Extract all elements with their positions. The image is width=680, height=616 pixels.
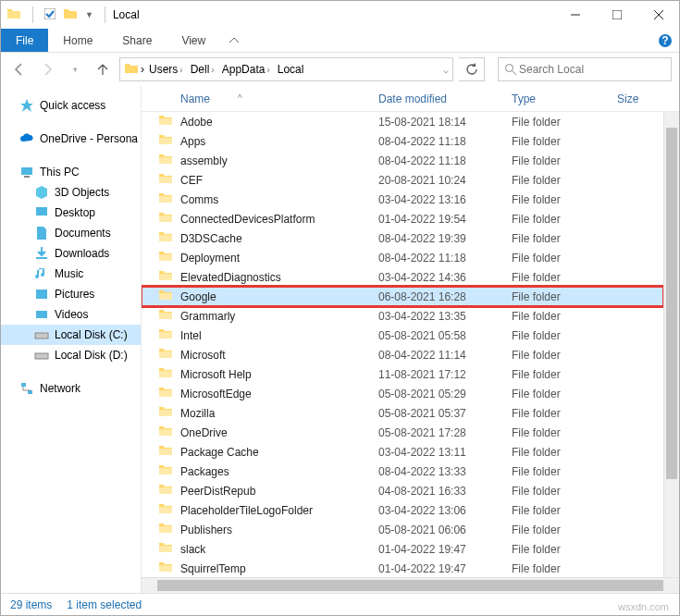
column-name[interactable]: Name^ (142, 92, 378, 105)
svg-rect-15 (35, 353, 48, 359)
table-row[interactable]: Microsoft Help11-08-2021 17:12File folde… (142, 364, 663, 384)
table-row[interactable]: Apps08-04-2022 11:18File folder (142, 131, 663, 151)
tab-view[interactable]: View (167, 29, 220, 52)
document-icon (34, 226, 49, 240)
folder-icon (158, 462, 180, 480)
download-icon (34, 246, 49, 261)
table-row[interactable]: MicrosoftEdge05-08-2021 05:29File folder (142, 384, 663, 403)
minimize-button[interactable] (554, 1, 596, 29)
table-row[interactable]: SquirrelTemp01-04-2022 19:47File folder (142, 559, 663, 577)
up-button[interactable] (92, 58, 114, 80)
ribbon-collapse-icon[interactable] (220, 29, 248, 52)
table-row[interactable]: Packages08-04-2022 13:33File folder (142, 462, 663, 481)
address-bar[interactable]: › Users› Dell› AppData› Local ⌵ (119, 57, 453, 81)
nav-pictures[interactable]: Pictures (1, 284, 141, 304)
table-row[interactable]: Package Cache03-04-2022 13:11File folder (142, 442, 663, 462)
nav-quick-access[interactable]: Quick access (1, 95, 141, 116)
file-date: 05-08-2021 17:28 (378, 426, 512, 439)
vertical-scrollbar[interactable] (663, 112, 679, 577)
qat-check-icon[interactable] (44, 8, 56, 22)
file-name: ElevatedDiagnostics (180, 271, 378, 284)
file-date: 05-08-2021 06:06 (378, 524, 512, 536)
column-size[interactable]: Size (613, 92, 679, 105)
nav-onedrive[interactable]: OneDrive - Persona (1, 129, 141, 149)
svg-point-7 (506, 65, 513, 72)
table-row[interactable]: PlaceholderTileLogoFolder03-04-2022 13:0… (142, 500, 663, 520)
nav-music[interactable]: Music (1, 264, 141, 284)
tab-share[interactable]: Share (107, 29, 167, 52)
address-dropdown-icon[interactable]: ⌵ (443, 65, 449, 75)
maximize-button[interactable] (596, 1, 637, 29)
table-row[interactable]: assembly08-04-2022 11:18File folder (142, 151, 663, 170)
folder-icon (158, 288, 180, 305)
folder-icon (158, 152, 180, 169)
scrollbar-thumb[interactable] (157, 580, 663, 591)
file-type: File folder (512, 426, 613, 439)
horizontal-scrollbar[interactable] (142, 577, 679, 593)
nav-downloads[interactable]: Downloads (1, 243, 141, 264)
chevron-right-icon[interactable]: › (211, 65, 214, 75)
nav-videos[interactable]: Videos (1, 304, 141, 325)
table-row[interactable]: Deployment08-04-2022 11:18File folder (142, 248, 663, 267)
folder-icon (158, 521, 180, 538)
nav-this-pc[interactable]: This PC (1, 162, 141, 182)
column-type[interactable]: Type (512, 92, 613, 105)
chevron-right-icon[interactable]: › (266, 65, 269, 75)
table-row[interactable]: D3DSCache08-04-2022 19:39File folder (142, 228, 663, 248)
table-row[interactable]: CEF20-08-2021 10:24File folder (142, 170, 663, 190)
separator (32, 6, 33, 23)
qat-dropdown-icon[interactable]: ▼ (85, 10, 93, 19)
help-icon[interactable]: ? (651, 29, 679, 52)
back-button[interactable] (8, 58, 31, 80)
search-box[interactable] (498, 57, 672, 81)
table-row[interactable]: Publishers05-08-2021 06:06File folder (142, 520, 663, 539)
file-date: 11-08-2021 17:12 (378, 368, 512, 381)
scrollbar-thumb[interactable] (666, 128, 677, 479)
nav-local-disk-c[interactable]: Local Disk (C:) (1, 325, 141, 345)
table-row[interactable]: Comms03-04-2022 13:16File folder (142, 190, 663, 209)
tab-file[interactable]: File (1, 29, 48, 52)
file-list-area: Name^ Date modified Type Size Adobe15-08… (142, 86, 679, 593)
forward-button[interactable] (36, 58, 58, 80)
table-row[interactable]: Mozilla05-08-2021 05:37File folder (142, 403, 663, 423)
file-date: 08-04-2022 11:18 (378, 135, 512, 148)
table-row[interactable]: Google06-08-2021 16:28File folder (142, 287, 663, 306)
tab-home[interactable]: Home (48, 29, 107, 52)
close-button[interactable] (637, 1, 679, 29)
window-title: Local (113, 8, 140, 21)
table-row[interactable]: ConnectedDevicesPlatform01-04-2022 19:54… (142, 209, 663, 228)
nav-local-disk-d[interactable]: Local Disk (D:) (1, 345, 141, 365)
table-row[interactable]: PeerDistRepub04-08-2021 16:33File folder (142, 481, 663, 500)
chevron-right-icon[interactable]: › (141, 63, 144, 76)
navigation-bar: ▾ › Users› Dell› AppData› Local ⌵ (1, 53, 679, 86)
nav-documents[interactable]: Documents (1, 223, 141, 243)
table-row[interactable]: Microsoft08-04-2022 11:14File folder (142, 345, 663, 364)
column-date[interactable]: Date modified (378, 92, 512, 105)
file-name: Comms (180, 193, 378, 206)
breadcrumb: Dell› (188, 63, 217, 76)
file-type: File folder (512, 116, 613, 129)
recent-dropdown-icon[interactable]: ▾ (64, 58, 86, 80)
table-row[interactable]: ElevatedDiagnostics03-04-2022 14:36File … (142, 267, 663, 287)
file-list[interactable]: Adobe15-08-2021 18:14File folderApps08-0… (142, 112, 663, 577)
table-row[interactable]: Intel05-08-2021 05:58File folder (142, 326, 663, 345)
network-icon (19, 381, 34, 396)
nav-3d-objects[interactable]: 3D Objects (1, 182, 141, 203)
svg-rect-17 (28, 390, 32, 394)
desktop-icon (34, 205, 49, 220)
table-row[interactable]: Adobe15-08-2021 18:14File folder (142, 112, 663, 131)
navigation-pane: Quick access OneDrive - Persona This PC … (1, 86, 142, 593)
refresh-button[interactable] (459, 57, 485, 81)
file-name: Microsoft (180, 349, 378, 362)
nav-desktop[interactable]: Desktop (1, 203, 141, 223)
search-input[interactable] (517, 62, 665, 77)
table-row[interactable]: Grammarly03-04-2022 13:35File folder (142, 306, 663, 326)
nav-network[interactable]: Network (1, 378, 141, 399)
table-row[interactable]: slack01-04-2022 19:47File folder (142, 539, 663, 559)
breadcrumb: Local (275, 63, 307, 76)
table-row[interactable]: OneDrive05-08-2021 17:28File folder (142, 423, 663, 442)
svg-rect-13 (36, 311, 47, 318)
svg-rect-0 (44, 8, 56, 19)
folder-icon (124, 61, 139, 79)
chevron-right-icon[interactable]: › (179, 65, 182, 75)
